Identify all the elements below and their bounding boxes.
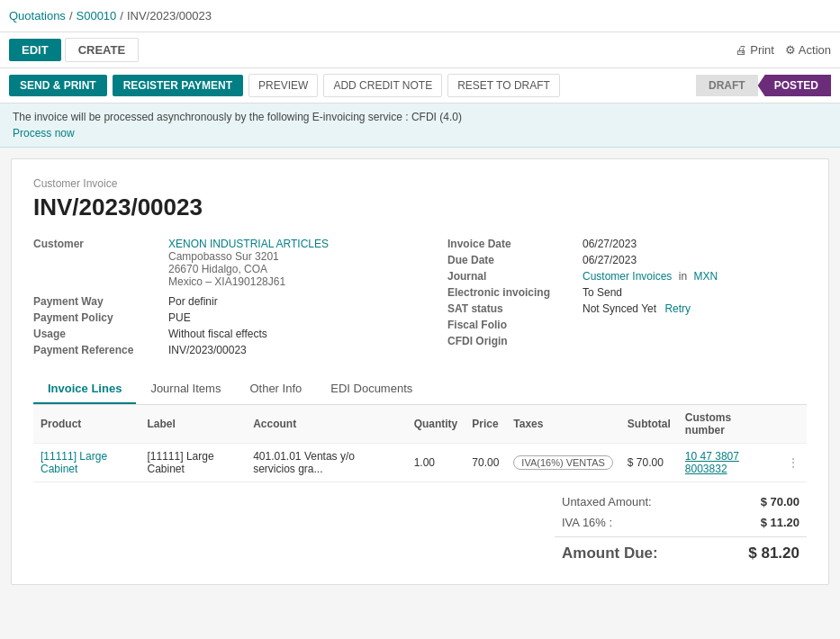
left-fields: Customer XENON INDUSTRIAL ARTICLES Campo… [33,238,411,360]
journal-label: Journal [447,270,583,283]
row-quantity: 1.00 [407,444,465,482]
banner-message: The invoice will be processed asynchrono… [13,111,462,123]
tab-other-info[interactable]: Other Info [235,374,316,404]
cfdi-origin-field: CFDI Origin [447,335,807,347]
payment-reference-value: INV/2023/00023 [168,344,247,356]
col-product: Product [33,405,140,444]
due-date-field: Due Date 06/27/2023 [447,254,807,266]
journal-currency-link[interactable]: MXN [693,270,718,283]
invoice-card: Customer Invoice INV/2023/00023 Customer… [11,158,829,585]
customer-address-line2: 26670 Hidalgo, COA [168,263,267,275]
register-payment-button[interactable]: REGISTER PAYMENT [113,75,243,96]
create-button[interactable]: CREATE [65,38,139,62]
draft-badge: DRAFT [696,75,758,96]
totals-table: Untaxed Amount: $ 70.00 IVA 16% : $ 11.2… [555,491,807,566]
payment-way-field: Payment Way Por definir [33,295,411,308]
electronic-invoicing-label: Electronic invoicing [447,286,583,299]
col-more [780,405,807,444]
breadcrumb-s00010[interactable]: S00010 [77,9,117,22]
process-now-link[interactable]: Process now [13,127,75,140]
payment-policy-field: Payment Policy PUE [33,311,411,324]
product-link[interactable]: [11111] Large Cabinet [41,450,107,475]
journal-link[interactable]: Customer Invoices [583,270,672,283]
col-quantity: Quantity [407,405,465,444]
payment-policy-label: Payment Policy [33,311,168,324]
fiscal-folio-label: Fiscal Folio [447,319,583,331]
row-taxes: IVA(16%) VENTAS [506,444,620,482]
customer-name-link[interactable]: XENON INDUSTRIAL ARTICLES [168,238,329,250]
print-link[interactable]: 🖨 Print [736,43,774,57]
col-subtotal: Subtotal [620,405,678,444]
payment-reference-label: Payment Reference [33,344,168,356]
row-price: 70.00 [465,444,506,482]
invoice-type-label: Customer Invoice [33,177,807,190]
untaxed-value: $ 70.00 [727,495,799,508]
sat-not-synced: Not Synced Yet [583,302,656,315]
print-label: Print [750,43,774,57]
breadcrumb-quotations[interactable]: Quotations [9,9,66,22]
col-label: Label [140,405,247,444]
col-taxes: Taxes [506,405,620,444]
tabs: Invoice Lines Journal Items Other Info E… [33,374,807,405]
customer-address-line3: Mexico – XIA190128J61 [168,275,285,288]
action-label: Action [799,43,831,57]
toolbar: EDIT CREATE 🖨 Print ⚙ Action [0,32,840,68]
posted-badge: POSTED [758,75,831,96]
customer-field: Customer XENON INDUSTRIAL ARTICLES Campo… [33,238,411,288]
col-account: Account [246,405,406,444]
row-product: [11111] Large Cabinet [33,444,140,482]
reset-to-draft-button[interactable]: RESET TO DRAFT [447,74,560,97]
row-account: 401.01.01 Ventas y/o servicios gra... [246,444,406,482]
invoice-date-value: 06/27/2023 [583,238,637,250]
action-link[interactable]: ⚙ Action [785,43,831,57]
payment-way-label: Payment Way [33,295,168,308]
action-bar: SEND & PRINT REGISTER PAYMENT PREVIEW AD… [0,68,840,104]
row-label: [11111] Large Cabinet [140,444,247,482]
electronic-invoicing-value: To Send [583,286,622,299]
tab-journal-items[interactable]: Journal Items [136,374,235,404]
retry-link[interactable]: Retry [664,302,691,315]
table-row: [11111] Large Cabinet [11111] Large Cabi… [33,444,807,482]
status-badges: DRAFT POSTED [696,75,831,96]
right-fields: Invoice Date 06/27/2023 Due Date 06/27/2… [447,238,807,360]
usage-value: Without fiscal effects [168,328,267,340]
customer-address-line1: Campobasso Sur 3201 [168,250,279,263]
toolbar-right: 🖨 Print ⚙ Action [736,43,831,57]
preview-button[interactable]: PREVIEW [248,74,318,97]
gear-icon: ⚙ [785,43,796,57]
sat-status-label: SAT status [447,302,583,315]
invoice-number: INV/2023/00023 [33,194,807,221]
journal-field: Journal Customer Invoices in MXN [447,270,807,283]
payment-reference-field: Payment Reference INV/2023/00023 [33,344,411,356]
amount-due-value: $ 81.20 [727,544,799,562]
payment-policy-value: PUE [168,311,191,324]
iva-row: IVA 16% : $ 11.20 [555,512,807,533]
amount-due-label: Amount Due: [562,544,658,562]
row-subtotal: $ 70.00 [620,444,678,482]
sat-status-field: SAT status Not Synced Yet Retry [447,302,807,315]
tab-edi-documents[interactable]: EDI Documents [316,374,427,404]
usage-label: Usage [33,328,168,340]
top-bar: Quotations / S00010 / INV/2023/00023 [0,0,840,32]
main-content: Customer Invoice INV/2023/00023 Customer… [0,148,840,596]
customs-number-value: 10 47 3807 8003832 [685,450,739,475]
fiscal-folio-field: Fiscal Folio [447,319,807,331]
iva-label: IVA 16% : [562,516,612,529]
edit-button[interactable]: EDIT [9,39,61,61]
info-banner: The invoice will be processed asynchrono… [0,104,840,148]
tax-badge: IVA(16%) VENTAS [513,455,613,470]
due-date-value: 06/27/2023 [583,254,637,266]
sat-status-value: Not Synced Yet Retry [583,302,691,315]
invoice-date-field: Invoice Date 06/27/2023 [447,238,807,250]
print-icon: 🖨 [736,43,747,57]
untaxed-amount-row: Untaxed Amount: $ 70.00 [555,491,807,512]
payment-way-value: Por definir [168,295,218,308]
due-date-label: Due Date [447,254,583,266]
invoice-date-label: Invoice Date [447,238,583,250]
tab-invoice-lines[interactable]: Invoice Lines [33,374,136,404]
add-credit-note-button[interactable]: ADD CREDIT NOTE [323,74,442,97]
breadcrumb-invoice: INV/2023/00023 [127,9,212,22]
send-print-button[interactable]: SEND & PRINT [9,75,107,96]
untaxed-label: Untaxed Amount: [562,495,652,508]
amount-due-row: Amount Due: $ 81.20 [555,536,807,566]
